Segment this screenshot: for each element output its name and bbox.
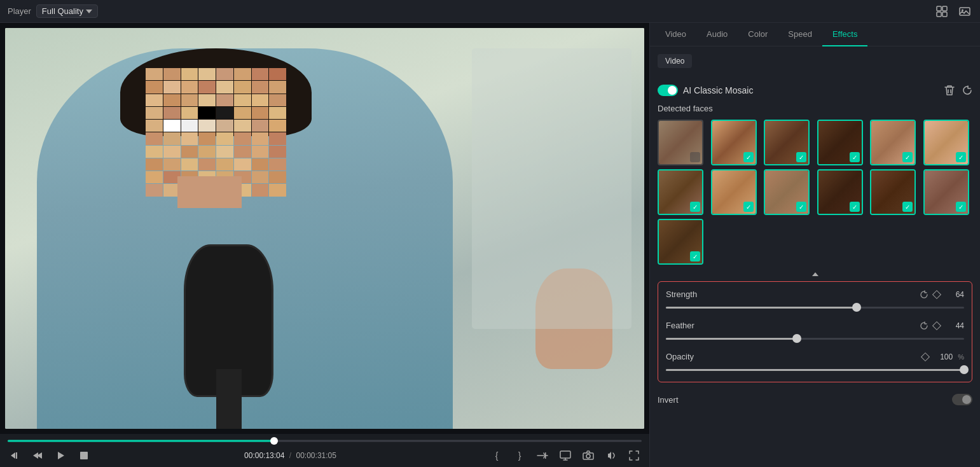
time-display: 00:00:13:04 / 00:00:31:05 <box>244 451 336 460</box>
feather-thumb[interactable] <box>792 334 801 343</box>
opacity-slider-row: Opacity 100 % <box>666 352 964 374</box>
progress-thumb[interactable] <box>270 437 278 445</box>
top-bar-right <box>934 4 972 19</box>
chevron-down-icon <box>86 10 92 13</box>
face-check-8: ✓ <box>743 202 754 212</box>
fullscreen-button[interactable] <box>626 448 642 463</box>
refresh-effect-button[interactable] <box>962 85 972 96</box>
rewind-button[interactable] <box>8 448 23 463</box>
face-thumb-10[interactable]: ✓ <box>817 169 863 215</box>
mic-stand <box>216 369 242 429</box>
transport-bar: 00:00:13:04 / 00:00:31:05 { } <box>0 434 649 467</box>
strength-thumb[interactable] <box>852 303 861 312</box>
face-check-10: ✓ <box>850 202 860 212</box>
effect-header-left: AI Classic Mosaic <box>658 85 753 96</box>
face-thumb-4[interactable]: ✓ <box>817 120 863 165</box>
feather-keyframe-icon[interactable] <box>932 321 941 330</box>
feather-icons: 44 <box>920 321 964 330</box>
strength-fill <box>666 307 857 309</box>
face-check-4: ✓ <box>850 152 860 162</box>
face-thumb-5[interactable]: ✓ <box>870 120 916 165</box>
progress-track <box>8 440 642 442</box>
video-subtab[interactable]: Video <box>658 54 692 68</box>
feather-value: 44 <box>945 321 964 330</box>
face-thumb-9[interactable]: ✓ <box>764 169 810 215</box>
face-thumb-7[interactable]: ✓ <box>658 169 703 215</box>
bracket-left-button[interactable]: { <box>489 448 504 463</box>
feather-reset-button[interactable] <box>920 321 928 330</box>
face-thumb-2[interactable]: ✓ <box>711 120 757 165</box>
opacity-unit: % <box>958 353 964 361</box>
invert-toggle[interactable] <box>952 394 972 405</box>
face-check-5: ✓ <box>902 152 913 162</box>
detected-faces-label: Detected faces <box>658 104 972 113</box>
monitor-button[interactable] <box>558 448 573 463</box>
feather-slider-row: Feather 44 <box>666 321 964 343</box>
stop-button[interactable] <box>76 448 92 463</box>
opacity-fill <box>666 369 964 371</box>
panel-content: Video AI Classic Mosaic Detect <box>650 46 980 467</box>
invert-row: Invert <box>658 389 972 410</box>
face-thumb-12[interactable]: ✓ <box>923 169 969 215</box>
image-icon[interactable] <box>957 4 972 19</box>
opacity-track-wrap[interactable] <box>666 365 964 374</box>
opacity-icons: 100 % <box>922 352 964 361</box>
tab-effects[interactable]: Effects <box>822 23 868 46</box>
opacity-value: 100 <box>934 352 953 361</box>
invert-label: Invert <box>658 395 679 405</box>
quality-value: Full Quality <box>42 6 83 16</box>
opacity-header: Opacity 100 % <box>666 352 964 361</box>
main-content: 00:00:13:04 / 00:00:31:05 { } <box>0 23 980 467</box>
tab-color[interactable]: Color <box>738 23 778 46</box>
face-thumb-1[interactable] <box>658 120 703 165</box>
time-separator: / <box>289 451 291 460</box>
strength-slider-row: Strength 64 <box>666 289 964 312</box>
top-bar-icons <box>934 4 972 19</box>
feather-track-wrap[interactable] <box>666 334 964 343</box>
strength-reset-button[interactable] <box>920 290 928 299</box>
grid-icon[interactable] <box>934 4 949 19</box>
delete-effect-button[interactable] <box>944 85 955 96</box>
svg-marker-10 <box>58 452 64 459</box>
svg-rect-1 <box>942 6 947 11</box>
step-back-button[interactable] <box>31 448 46 463</box>
quality-selector[interactable]: Full Quality <box>36 4 98 18</box>
face-check-7: ✓ <box>690 202 700 212</box>
bracket-right-button[interactable]: } <box>512 448 527 463</box>
strength-keyframe-icon[interactable] <box>932 289 941 298</box>
svg-marker-9 <box>33 452 38 459</box>
collapse-arrow[interactable] <box>658 272 972 276</box>
strength-track-wrap[interactable] <box>666 303 964 312</box>
chevron-up-icon <box>812 272 818 276</box>
feather-track <box>666 338 964 340</box>
tab-video[interactable]: Video <box>655 23 696 46</box>
face-thumb-3[interactable]: ✓ <box>764 120 810 165</box>
camera-button[interactable] <box>581 448 596 463</box>
svg-marker-6 <box>11 452 15 459</box>
faces-grid: ✓ ✓ ✓ ✓ ✓ <box>658 120 972 265</box>
effect-header: AI Classic Mosaic <box>658 85 972 96</box>
video-frame <box>5 28 644 429</box>
opacity-keyframe-icon[interactable] <box>921 352 930 361</box>
audio-button[interactable] <box>604 448 619 463</box>
top-bar: Player Full Quality <box>0 0 980 23</box>
tab-speed[interactable]: Speed <box>778 23 822 46</box>
progress-bar[interactable] <box>8 439 642 443</box>
face-thumb-11[interactable]: ✓ <box>870 169 916 215</box>
tab-audio[interactable]: Audio <box>696 23 738 46</box>
cut-button[interactable] <box>535 448 550 463</box>
video-container <box>5 28 644 429</box>
effect-toggle[interactable] <box>658 85 678 96</box>
face-check-6: ✓ <box>956 152 966 162</box>
opacity-label: Opacity <box>666 352 694 361</box>
svg-rect-0 <box>937 6 941 11</box>
face-thumb-6[interactable]: ✓ <box>923 120 969 165</box>
opacity-thumb[interactable] <box>960 365 969 374</box>
face-thumb-13[interactable]: ✓ <box>658 219 703 265</box>
face-thumb-8[interactable]: ✓ <box>711 169 757 215</box>
progress-fill <box>8 440 274 442</box>
strength-label: Strength <box>666 289 697 299</box>
play-button[interactable] <box>53 448 69 463</box>
svg-point-5 <box>962 9 963 11</box>
strength-track <box>666 307 964 309</box>
